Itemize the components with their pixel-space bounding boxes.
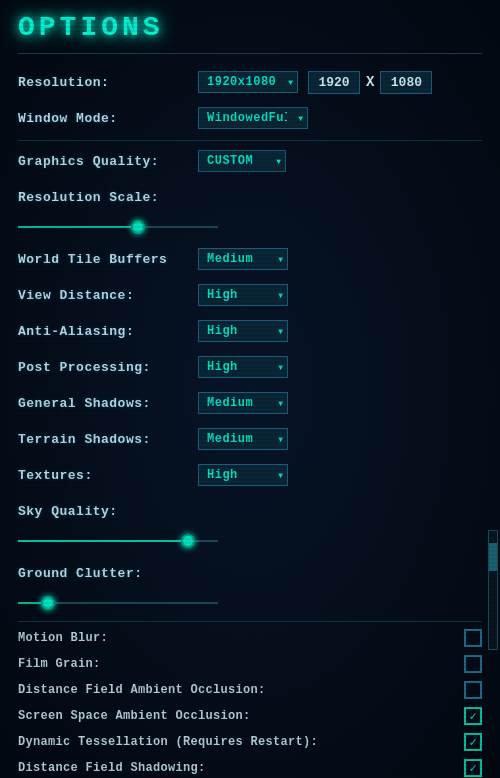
view-distance-row: View Distance: High bbox=[18, 281, 482, 309]
ssao-row: Screen Space Ambient Occlusion: bbox=[18, 706, 482, 726]
terrain-shadows-row: Terrain Shadows: Medium bbox=[18, 425, 482, 453]
resolution-height-input[interactable] bbox=[380, 71, 432, 94]
resolution-scale-label: Resolution Scale: bbox=[18, 190, 198, 205]
page-title: OPTIONS bbox=[18, 0, 482, 54]
view-distance-label: View Distance: bbox=[18, 288, 198, 303]
general-shadows-label: General Shadows: bbox=[18, 396, 198, 411]
scrollbar-thumb[interactable] bbox=[489, 543, 497, 571]
view-distance-dropdown[interactable]: High bbox=[198, 284, 288, 306]
ground-clutter-label: Ground Clutter: bbox=[18, 566, 198, 581]
resolution-label: Resolution: bbox=[18, 75, 198, 90]
textures-dropdown-wrapper[interactable]: High bbox=[198, 464, 288, 486]
window-mode-dropdown-wrapper[interactable]: WindowedFul bbox=[198, 107, 308, 129]
resolution-scale-track bbox=[18, 226, 218, 228]
film-grain-label: Film Grain: bbox=[18, 657, 456, 671]
graphics-quality-dropdown[interactable]: CUSTOM bbox=[198, 150, 286, 172]
resolution-group: X bbox=[308, 71, 432, 94]
dynamic-tess-label: Dynamic Tessellation (Requires Restart): bbox=[18, 735, 456, 749]
divider-2 bbox=[18, 621, 482, 622]
divider-1 bbox=[18, 140, 482, 141]
anti-aliasing-dropdown-wrapper[interactable]: High bbox=[198, 320, 288, 342]
terrain-shadows-dropdown-wrapper[interactable]: Medium bbox=[198, 428, 288, 450]
world-tile-label: World Tile Buffers bbox=[18, 252, 198, 267]
terrain-shadows-dropdown[interactable]: Medium bbox=[198, 428, 288, 450]
world-tile-dropdown-wrapper[interactable]: Medium bbox=[198, 248, 288, 270]
post-processing-dropdown-wrapper[interactable]: High bbox=[198, 356, 288, 378]
window-mode-row: Window Mode: WindowedFul bbox=[18, 104, 482, 132]
checkbox-section: Motion Blur: Film Grain: Distance Field … bbox=[18, 628, 482, 778]
resolution-scale-fill bbox=[18, 226, 138, 228]
sky-quality-fill bbox=[18, 540, 188, 542]
ground-clutter-slider-row bbox=[18, 595, 482, 611]
post-processing-dropdown[interactable]: High bbox=[198, 356, 288, 378]
window-mode-dropdown[interactable]: WindowedFul bbox=[198, 107, 308, 129]
film-grain-checkbox[interactable] bbox=[464, 655, 482, 673]
anti-aliasing-label: Anti-Aliasing: bbox=[18, 324, 198, 339]
dfao-row: Distance Field Ambient Occlusion: bbox=[18, 680, 482, 700]
resolution-width-input[interactable] bbox=[308, 71, 360, 94]
anti-aliasing-dropdown[interactable]: High bbox=[198, 320, 288, 342]
graphics-quality-row: Graphics Quality: CUSTOM bbox=[18, 147, 482, 175]
resolution-dropdown-wrapper[interactable]: 1920x1080 bbox=[198, 71, 298, 93]
motion-blur-label: Motion Blur: bbox=[18, 631, 456, 645]
general-shadows-dropdown-wrapper[interactable]: Medium bbox=[198, 392, 288, 414]
sky-quality-label: Sky Quality: bbox=[18, 504, 198, 519]
ground-clutter-track bbox=[18, 602, 218, 604]
textures-dropdown[interactable]: High bbox=[198, 464, 288, 486]
dynamic-tess-checkbox[interactable] bbox=[464, 733, 482, 751]
film-grain-row: Film Grain: bbox=[18, 654, 482, 674]
general-shadows-row: General Shadows: Medium bbox=[18, 389, 482, 417]
graphics-quality-label: Graphics Quality: bbox=[18, 154, 198, 169]
dynamic-tess-row: Dynamic Tessellation (Requires Restart): bbox=[18, 732, 482, 752]
options-page: OPTIONS Resolution: 1920x1080 X Window M… bbox=[0, 0, 500, 778]
resolution-scale-slider[interactable] bbox=[18, 219, 218, 235]
scrollbar[interactable] bbox=[488, 530, 498, 650]
window-mode-label: Window Mode: bbox=[18, 111, 198, 126]
ground-clutter-thumb[interactable] bbox=[41, 596, 55, 610]
resolution-x-separator: X bbox=[366, 74, 374, 90]
general-shadows-dropdown[interactable]: Medium bbox=[198, 392, 288, 414]
world-tile-row: World Tile Buffers Medium bbox=[18, 245, 482, 273]
ssao-label: Screen Space Ambient Occlusion: bbox=[18, 709, 456, 723]
graphics-quality-dropdown-wrapper[interactable]: CUSTOM bbox=[198, 150, 286, 172]
sky-quality-slider[interactable] bbox=[18, 533, 218, 549]
sky-quality-row: Sky Quality: bbox=[18, 497, 482, 525]
dfao-label: Distance Field Ambient Occlusion: bbox=[18, 683, 456, 697]
resolution-scale-thumb[interactable] bbox=[131, 220, 145, 234]
ssao-checkbox[interactable] bbox=[464, 707, 482, 725]
distance-shadow-label: Distance Field Shadowing: bbox=[18, 761, 456, 775]
terrain-shadows-label: Terrain Shadows: bbox=[18, 432, 198, 447]
resolution-dropdown[interactable]: 1920x1080 bbox=[198, 71, 298, 93]
world-tile-dropdown[interactable]: Medium bbox=[198, 248, 288, 270]
resolution-row: Resolution: 1920x1080 X bbox=[18, 68, 482, 96]
resolution-scale-row: Resolution Scale: bbox=[18, 183, 482, 211]
ground-clutter-row: Ground Clutter: bbox=[18, 559, 482, 587]
motion-blur-checkbox[interactable] bbox=[464, 629, 482, 647]
textures-label: Textures: bbox=[18, 468, 198, 483]
motion-blur-row: Motion Blur: bbox=[18, 628, 482, 648]
textures-row: Textures: High bbox=[18, 461, 482, 489]
sky-quality-slider-row bbox=[18, 533, 482, 549]
sky-quality-thumb[interactable] bbox=[181, 534, 195, 548]
anti-aliasing-row: Anti-Aliasing: High bbox=[18, 317, 482, 345]
sky-quality-track bbox=[18, 540, 218, 542]
post-processing-label: Post Processing: bbox=[18, 360, 198, 375]
distance-shadow-checkbox[interactable] bbox=[464, 759, 482, 777]
resolution-scale-slider-row bbox=[18, 219, 482, 235]
distance-shadow-row: Distance Field Shadowing: bbox=[18, 758, 482, 778]
ground-clutter-slider[interactable] bbox=[18, 595, 218, 611]
view-distance-dropdown-wrapper[interactable]: High bbox=[198, 284, 288, 306]
dfao-checkbox[interactable] bbox=[464, 681, 482, 699]
post-processing-row: Post Processing: High bbox=[18, 353, 482, 381]
